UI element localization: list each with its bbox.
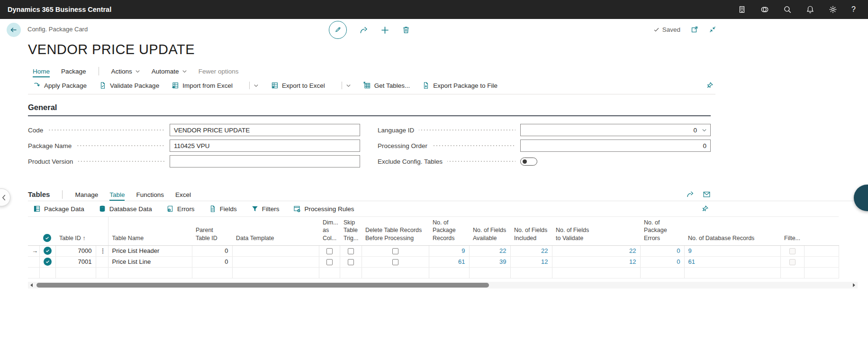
- code-field[interactable]: [170, 124, 360, 136]
- open-in-new-window-icon[interactable]: [691, 26, 698, 33]
- scrollbar-thumb[interactable]: [36, 283, 489, 288]
- row-menu[interactable]: ⋮: [96, 245, 108, 256]
- export-to-excel-dropdown[interactable]: [346, 83, 351, 88]
- cell-no-of-package-errors[interactable]: 0: [640, 245, 684, 256]
- col-table-id[interactable]: Table ID ↑: [55, 217, 96, 246]
- col-parent-table-id[interactable]: Parent Table ID: [192, 217, 232, 246]
- col-no-of-fields-to-validate[interactable]: No. of Fields to Validate: [552, 217, 640, 246]
- cell-data-template[interactable]: [232, 245, 319, 256]
- processing-order-field[interactable]: [520, 139, 711, 152]
- col-dim-as-columns[interactable]: Dim... as Col...: [319, 217, 340, 246]
- tab-functions[interactable]: Functions: [136, 191, 164, 201]
- cell-no-of-package-errors[interactable]: 0: [640, 256, 684, 267]
- delete-table-records-checkbox[interactable]: [392, 259, 398, 265]
- search-icon[interactable]: [783, 5, 792, 14]
- pin-icon[interactable]: [706, 82, 714, 89]
- database-data-button[interactable]: Database Data: [99, 205, 152, 213]
- tab-actions[interactable]: Actions: [111, 68, 140, 77]
- collapse-icon[interactable]: [709, 26, 716, 33]
- edit-button[interactable]: [329, 21, 347, 39]
- copilot-icon[interactable]: [760, 5, 769, 14]
- table-row[interactable]: 7001 Price List Line 0 61 39 12 12 0 61: [28, 256, 839, 267]
- package-data-button[interactable]: Package Data: [33, 205, 84, 213]
- cell-no-of-fields-to-validate[interactable]: 12: [552, 256, 640, 267]
- fewer-options[interactable]: Fewer options: [199, 68, 239, 77]
- cell-parent-table-id[interactable]: 0: [192, 245, 232, 256]
- col-filtered[interactable]: Filte...: [780, 217, 804, 246]
- open-in-excel-icon[interactable]: [703, 190, 711, 198]
- cell-table-id[interactable]: 7000: [55, 245, 96, 256]
- help-icon[interactable]: ?: [851, 5, 856, 14]
- pin-icon[interactable]: [701, 205, 709, 213]
- row-select[interactable]: [39, 245, 55, 256]
- filters-button[interactable]: Filters: [251, 205, 280, 213]
- add-button[interactable]: [380, 26, 389, 35]
- more-options-icon[interactable]: ⋮: [100, 247, 106, 254]
- cell-no-of-database-records[interactable]: 9: [684, 245, 780, 256]
- cell-table-name[interactable]: Price List Line: [108, 256, 192, 267]
- row-menu[interactable]: [96, 256, 108, 267]
- cell-no-of-fields-to-validate[interactable]: 22: [552, 245, 640, 256]
- exclude-config-tables-toggle[interactable]: [520, 158, 537, 166]
- row-checkmark-icon[interactable]: [44, 247, 52, 255]
- horizontal-scrollbar[interactable]: [28, 282, 858, 288]
- fields-button[interactable]: Fields: [209, 205, 237, 213]
- select-all-checkmark-icon[interactable]: [43, 234, 51, 242]
- product-version-field[interactable]: [170, 155, 360, 167]
- row-checkmark-icon[interactable]: [44, 258, 52, 266]
- scroll-left-arrow[interactable]: [28, 282, 35, 288]
- language-id-field[interactable]: [520, 124, 711, 136]
- tab-package[interactable]: Package: [61, 68, 86, 77]
- dim-as-columns-checkbox[interactable]: [326, 248, 333, 254]
- cell-parent-table-id[interactable]: 0: [192, 256, 232, 267]
- cell-no-of-fields-available[interactable]: 22: [469, 245, 510, 256]
- processing-rules-button[interactable]: Processing Rules: [293, 205, 354, 213]
- tab-manage[interactable]: Manage: [75, 191, 98, 201]
- cell-no-of-package-records[interactable]: 9: [429, 245, 469, 256]
- share-icon[interactable]: [686, 190, 694, 198]
- scrollbar-track[interactable]: [35, 282, 850, 288]
- tab-home[interactable]: Home: [33, 68, 50, 77]
- export-to-excel-button[interactable]: Export to Excel: [271, 82, 325, 89]
- cell-data-template[interactable]: [232, 256, 319, 267]
- export-package-to-file-button[interactable]: Export Package to File: [422, 82, 497, 89]
- col-delete-table-records[interactable]: Delete Table Records Before Processing: [362, 217, 429, 246]
- tab-excel[interactable]: Excel: [175, 191, 191, 201]
- skip-table-triggers-checkbox[interactable]: [348, 259, 354, 265]
- row-select[interactable]: [39, 256, 55, 267]
- cell-no-of-fields-included[interactable]: 22: [510, 245, 552, 256]
- errors-button[interactable]: Errors: [166, 205, 195, 213]
- import-from-excel-button[interactable]: Import from Excel: [172, 82, 233, 89]
- col-no-of-database-records[interactable]: No. of Database Records: [684, 217, 780, 246]
- import-from-excel-dropdown[interactable]: [253, 83, 259, 88]
- col-no-of-package-errors[interactable]: No. of Package Errors: [640, 217, 684, 246]
- col-data-template[interactable]: Data Template: [232, 217, 319, 246]
- cell-no-of-database-records[interactable]: 61: [684, 256, 780, 267]
- building-icon[interactable]: [738, 5, 746, 14]
- col-skip-table-triggers[interactable]: Skip Table Trig...: [340, 217, 362, 246]
- cell-table-id[interactable]: 7001: [55, 256, 96, 267]
- col-no-of-fields-included[interactable]: No. of Fields Included: [510, 217, 552, 246]
- notifications-icon[interactable]: [806, 5, 814, 14]
- col-no-of-package-records[interactable]: No. of Package Records: [429, 217, 469, 246]
- validate-package-button[interactable]: Validate Package: [99, 82, 159, 89]
- cell-table-name[interactable]: Price List Header: [108, 245, 192, 256]
- package-name-field[interactable]: [170, 139, 360, 152]
- table-row[interactable]: → 7000 ⋮ Price List Header 0 9 22 22 22 …: [28, 245, 839, 256]
- col-no-of-fields-available[interactable]: No. of Fields Available: [469, 217, 510, 246]
- scroll-right-arrow[interactable]: [850, 282, 858, 288]
- get-tables-button[interactable]: Get Tables...: [363, 82, 410, 89]
- tab-table[interactable]: Table: [109, 191, 125, 201]
- skip-table-triggers-checkbox[interactable]: [348, 248, 354, 254]
- dim-as-columns-checkbox[interactable]: [326, 259, 333, 265]
- settings-icon[interactable]: [829, 5, 837, 14]
- tab-automate[interactable]: Automate: [152, 68, 187, 77]
- cell-no-of-fields-included[interactable]: 12: [510, 256, 552, 267]
- col-table-name[interactable]: Table Name: [108, 217, 192, 246]
- cell-no-of-package-records[interactable]: 61: [429, 256, 469, 267]
- delete-button[interactable]: [402, 26, 410, 34]
- back-button[interactable]: [7, 23, 21, 37]
- delete-table-records-checkbox[interactable]: [392, 248, 398, 254]
- lookup-chevron-icon[interactable]: [702, 128, 707, 133]
- cell-no-of-fields-available[interactable]: 39: [469, 256, 510, 267]
